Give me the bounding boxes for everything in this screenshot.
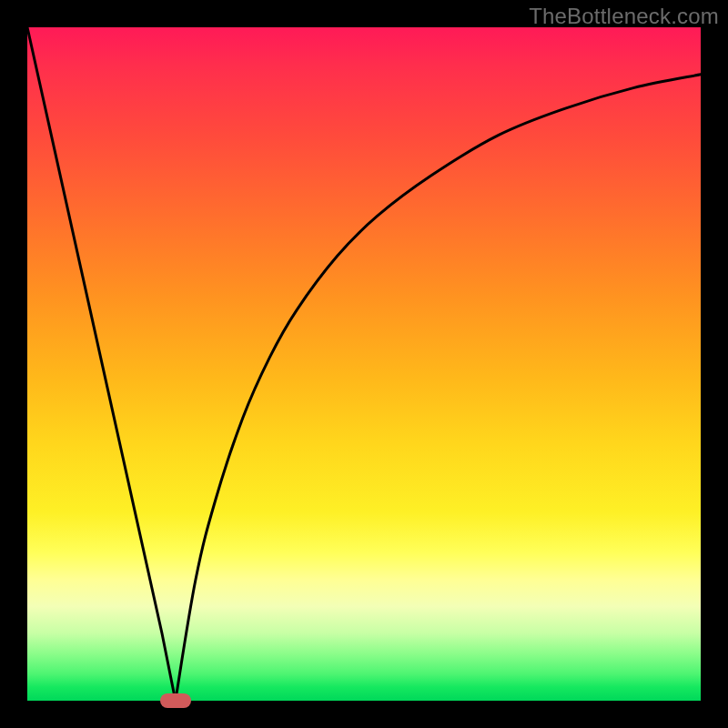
- curve-left-branch: [27, 27, 176, 701]
- bottleneck-curve: [27, 27, 701, 701]
- plot-area: [27, 27, 701, 701]
- curve-right-branch: [176, 75, 701, 701]
- watermark-text: TheBottleneck.com: [529, 4, 719, 29]
- minimum-marker: [160, 693, 191, 708]
- chart-frame: TheBottleneck.com: [0, 0, 728, 728]
